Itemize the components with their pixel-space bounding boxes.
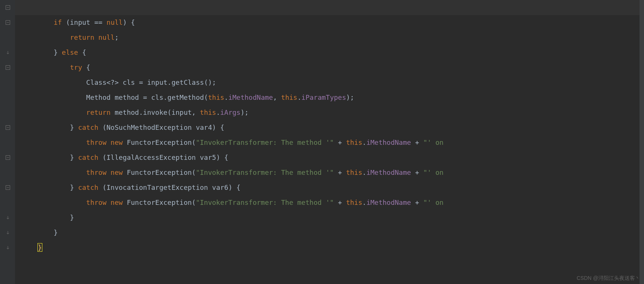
token-punct: )	[228, 183, 232, 191]
token-punct: {	[82, 48, 86, 56]
fold-collapse-icon[interactable]	[6, 20, 10, 25]
token-str: "' on	[423, 198, 444, 206]
token-field: iMethodName	[228, 93, 273, 101]
token-punct: (	[167, 108, 172, 116]
token-field: iParamTypes	[302, 93, 346, 101]
fold-collapse-icon[interactable]	[6, 125, 10, 130]
token-str: "InvokerTransformer: The method '"	[196, 138, 334, 146]
token-punct: .	[167, 78, 172, 86]
token-param: input	[70, 18, 90, 26]
token-punct: .	[362, 198, 366, 206]
token-kw: throw	[86, 168, 106, 176]
code-editor[interactable]: public O transform(Object input) { if (i…	[0, 0, 644, 284]
token-punct: (	[204, 93, 208, 101]
token-field: iMethodName	[366, 138, 411, 146]
token-op: +	[338, 138, 342, 146]
token-call: getClass	[172, 78, 204, 86]
token-op: +	[338, 168, 342, 176]
token-punct: {	[236, 183, 241, 191]
token-kw: catch	[78, 123, 98, 131]
token-punct: }	[70, 213, 74, 221]
fold-end-icon[interactable]	[6, 230, 10, 235]
token-call: invoke	[143, 108, 167, 116]
fold-end-icon[interactable]	[6, 245, 10, 250]
token-punct: (	[102, 153, 106, 161]
token-field: iArgs	[220, 108, 241, 116]
token-punct: (	[102, 123, 106, 131]
token-type: FunctorException	[127, 198, 191, 206]
token-punct: }	[54, 228, 58, 236]
token-op: =	[139, 78, 143, 86]
fold-collapse-icon[interactable]	[6, 155, 10, 160]
token-punct: );	[241, 108, 249, 116]
token-punct: .	[216, 108, 220, 116]
editor-gutter[interactable]	[0, 0, 15, 284]
token-param: cls	[123, 78, 135, 86]
token-punct: ;	[115, 33, 119, 41]
token-str: "' on	[423, 138, 444, 146]
token-type: InvocationTargetException	[106, 183, 208, 191]
token-punct: );	[346, 93, 354, 101]
token-param: input	[172, 108, 192, 116]
token-kw: null	[106, 18, 123, 26]
current-line-highlight	[15, 0, 644, 15]
token-br-match: }	[37, 243, 42, 252]
csdn-watermark: CSDN @浔阳江头夜送客丶	[577, 275, 640, 282]
code-area[interactable]: public O transform(Object input) { if (i…	[15, 0, 644, 284]
token-kw: throw	[86, 198, 106, 206]
token-kw: return	[70, 33, 94, 41]
token-param: method	[115, 93, 139, 101]
token-str: "' on	[423, 168, 444, 176]
token-kw: return	[86, 108, 111, 116]
token-kw: else	[62, 48, 78, 56]
token-call: getMethod	[167, 93, 204, 101]
token-param: var5	[200, 153, 216, 161]
token-punct: ,	[273, 93, 277, 101]
token-param: input	[147, 78, 167, 86]
token-punct: ();	[204, 78, 216, 86]
fold-collapse-icon[interactable]	[6, 185, 10, 190]
token-kw: new	[111, 198, 123, 206]
token-kw: try	[70, 63, 82, 71]
token-punct: )	[216, 153, 220, 161]
token-op: +	[415, 168, 419, 176]
token-type: NoSuchMethodException	[106, 123, 192, 131]
fold-collapse-icon[interactable]	[6, 5, 10, 10]
token-kw: throw	[86, 138, 106, 146]
token-kw: this	[200, 108, 216, 116]
token-op: +	[338, 198, 342, 206]
token-op: ==	[94, 18, 103, 26]
token-kw: this	[346, 198, 362, 206]
code-content[interactable]: public O transform(Object input) { if (i…	[15, 0, 644, 255]
token-param: cls	[151, 93, 163, 101]
token-punct: {	[86, 63, 90, 71]
fold-end-icon[interactable]	[6, 50, 10, 55]
token-kw: if	[54, 18, 62, 26]
token-punct: (	[192, 138, 196, 146]
error-stripe[interactable]	[640, 0, 644, 284]
token-param: var6	[212, 183, 228, 191]
token-kw: this	[208, 93, 224, 101]
fold-end-icon[interactable]	[6, 215, 10, 220]
token-str: "InvokerTransformer: The method '"	[196, 198, 334, 206]
token-punct: .	[362, 168, 366, 176]
token-punct: (	[192, 198, 196, 206]
fold-collapse-icon[interactable]	[6, 65, 10, 70]
token-op: +	[415, 138, 419, 146]
token-punct: .	[362, 138, 366, 146]
token-kw: this	[346, 168, 362, 176]
token-param: method	[115, 108, 139, 116]
token-op: +	[415, 198, 419, 206]
token-kw: this	[281, 93, 297, 101]
token-field: iMethodName	[366, 168, 411, 176]
token-kw: this	[346, 138, 362, 146]
token-type: FunctorException	[127, 168, 191, 176]
token-kw: catch	[78, 183, 98, 191]
token-punct: )	[123, 18, 127, 26]
token-punct: .	[224, 93, 229, 101]
token-punct: }	[70, 183, 74, 191]
token-kw: catch	[78, 153, 98, 161]
token-kw: new	[111, 138, 123, 146]
token-type: IllegalAccessException	[106, 153, 196, 161]
token-punct: {	[224, 153, 229, 161]
